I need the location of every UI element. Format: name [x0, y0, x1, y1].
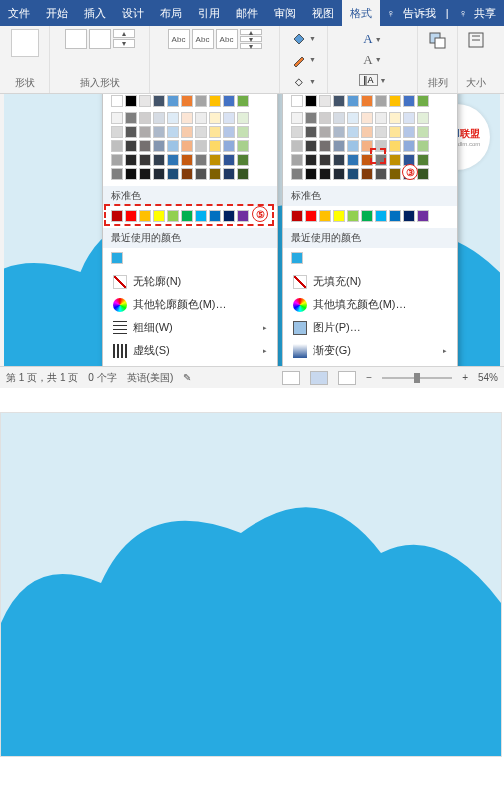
color-swatch[interactable] [389, 154, 401, 166]
color-swatch[interactable] [319, 112, 331, 124]
color-swatch[interactable] [417, 154, 429, 166]
color-swatch[interactable] [333, 112, 345, 124]
color-swatch[interactable] [319, 140, 331, 152]
color-swatch[interactable] [347, 140, 359, 152]
web-layout-button[interactable] [338, 371, 356, 385]
color-swatch[interactable] [347, 210, 359, 222]
color-swatch[interactable] [167, 154, 179, 166]
color-swatch[interactable] [305, 112, 317, 124]
color-swatch[interactable] [375, 112, 387, 124]
color-swatch[interactable] [223, 95, 235, 107]
arrows-item[interactable]: ⇄箭头(R)▸ [103, 362, 277, 366]
tab-view[interactable]: 视图 [304, 0, 342, 26]
color-swatch[interactable] [153, 168, 165, 180]
read-mode-button[interactable] [282, 371, 300, 385]
color-swatch[interactable] [375, 126, 387, 138]
color-swatch[interactable] [389, 210, 401, 222]
color-swatch[interactable] [181, 168, 193, 180]
color-swatch[interactable] [167, 168, 179, 180]
color-swatch[interactable] [305, 210, 317, 222]
color-swatch[interactable] [305, 140, 317, 152]
color-swatch[interactable] [291, 112, 303, 124]
color-swatch[interactable] [237, 210, 249, 222]
color-swatch[interactable] [139, 112, 151, 124]
color-swatch[interactable] [167, 95, 179, 107]
color-swatch[interactable] [237, 126, 249, 138]
print-layout-button[interactable] [310, 371, 328, 385]
color-swatch[interactable] [125, 126, 137, 138]
tab-mailings[interactable]: 邮件 [228, 0, 266, 26]
tab-layout[interactable]: 布局 [152, 0, 190, 26]
tab-references[interactable]: 引用 [190, 0, 228, 26]
color-swatch[interactable] [417, 126, 429, 138]
color-swatch[interactable] [153, 112, 165, 124]
shape-effects-button[interactable]: ◇▼ [291, 71, 316, 91]
arrange-icon[interactable] [426, 29, 450, 53]
color-swatch[interactable] [209, 95, 221, 107]
color-swatch[interactable] [403, 140, 415, 152]
color-swatch[interactable] [237, 95, 249, 107]
style-preset[interactable]: Abc [192, 29, 214, 49]
tab-design[interactable]: 设计 [114, 0, 152, 26]
color-swatch[interactable] [375, 210, 387, 222]
color-swatch[interactable] [153, 126, 165, 138]
color-swatch[interactable] [125, 95, 137, 107]
color-swatch[interactable] [291, 140, 303, 152]
color-swatch[interactable] [223, 210, 235, 222]
color-swatch[interactable] [209, 154, 221, 166]
tab-home[interactable]: 开始 [38, 0, 76, 26]
weight-item[interactable]: 粗细(W)▸ [103, 316, 277, 339]
color-swatch[interactable] [417, 168, 429, 180]
more-outline-colors-item[interactable]: 其他轮廓颜色(M)… [103, 293, 277, 316]
color-swatch[interactable] [333, 154, 345, 166]
color-swatch[interactable] [125, 168, 137, 180]
color-swatch[interactable] [153, 210, 165, 222]
color-swatch[interactable] [319, 154, 331, 166]
color-swatch[interactable] [111, 95, 123, 107]
language-indicator[interactable]: 英语(美国) [127, 371, 174, 385]
color-swatch[interactable] [375, 168, 387, 180]
color-swatch[interactable] [195, 210, 207, 222]
tell-me-icon[interactable]: ♀ [387, 7, 395, 19]
dashes-item[interactable]: 虚线(S)▸ [103, 339, 277, 362]
color-swatch[interactable] [125, 154, 137, 166]
color-swatch[interactable] [153, 154, 165, 166]
color-swatch[interactable] [167, 112, 179, 124]
color-swatch[interactable] [167, 140, 179, 152]
color-swatch[interactable] [375, 154, 387, 166]
share-button[interactable]: ♀ 共享 [459, 6, 500, 21]
color-swatch[interactable] [237, 112, 249, 124]
zoom-out-button[interactable]: − [366, 372, 372, 383]
color-swatch[interactable] [223, 140, 235, 152]
color-swatch[interactable] [195, 154, 207, 166]
color-swatch[interactable] [167, 210, 179, 222]
color-swatch[interactable] [305, 95, 317, 107]
color-swatch[interactable] [305, 168, 317, 180]
style-preset[interactable]: Abc [216, 29, 238, 49]
color-swatch[interactable] [389, 112, 401, 124]
zoom-in-button[interactable]: + [462, 372, 468, 383]
color-swatch[interactable] [181, 140, 193, 152]
tab-file[interactable]: 文件 [0, 0, 38, 26]
more-fill-colors-item[interactable]: 其他填充颜色(M)… [283, 293, 457, 316]
no-outline-item[interactable]: 无轮廓(N) [103, 270, 277, 293]
color-swatch[interactable] [167, 126, 179, 138]
color-swatch[interactable] [417, 112, 429, 124]
color-swatch[interactable] [181, 210, 193, 222]
color-swatch[interactable] [291, 154, 303, 166]
color-swatch[interactable] [361, 154, 373, 166]
color-swatch[interactable] [237, 154, 249, 166]
color-swatch[interactable] [195, 112, 207, 124]
color-swatch[interactable] [237, 140, 249, 152]
color-swatch[interactable] [223, 154, 235, 166]
tab-review[interactable]: 审阅 [266, 0, 304, 26]
shapes-icon[interactable] [11, 29, 39, 57]
color-swatch[interactable] [389, 168, 401, 180]
color-swatch[interactable] [333, 210, 345, 222]
color-swatch[interactable] [361, 126, 373, 138]
color-swatch[interactable] [111, 210, 123, 222]
color-swatch[interactable] [333, 140, 345, 152]
color-swatch[interactable] [125, 140, 137, 152]
color-swatch[interactable] [417, 95, 429, 107]
color-swatch[interactable] [319, 126, 331, 138]
